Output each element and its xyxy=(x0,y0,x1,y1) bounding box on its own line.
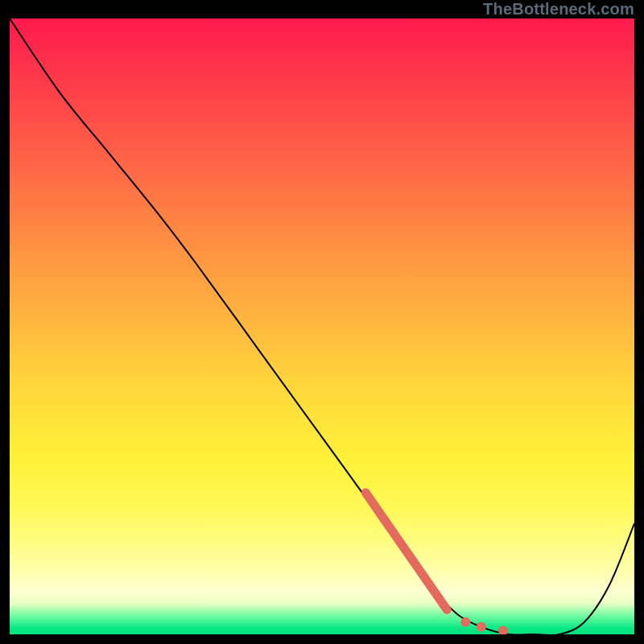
highlight-dots xyxy=(460,617,508,634)
plot-area xyxy=(10,19,634,634)
bottleneck-curve xyxy=(10,19,634,634)
attribution-label: TheBottleneck.com xyxy=(483,0,634,18)
curve-svg xyxy=(10,19,634,634)
highlight-dot xyxy=(477,622,486,632)
highlight-dot xyxy=(460,617,470,627)
chart-container: TheBottleneck.com xyxy=(0,0,644,644)
highlight-dot xyxy=(498,625,508,634)
highlight-segment xyxy=(365,493,447,609)
